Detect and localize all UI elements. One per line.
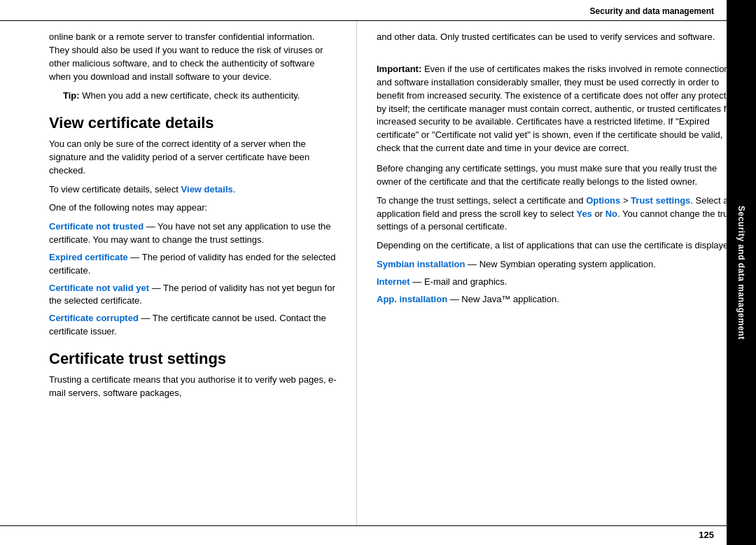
side-tab-label: Security and data management <box>735 206 747 339</box>
right-para3: Before changing any certificate settings… <box>377 162 742 189</box>
no-link: No <box>606 208 617 219</box>
para4-middle: > <box>620 195 631 206</box>
view-details-link[interactable]: View details <box>181 184 233 194</box>
internet-link: Internet <box>377 276 410 287</box>
trust-settings-link[interactable]: Trust settings <box>631 195 690 206</box>
para4-prefix: To change the trust settings, select a c… <box>377 195 586 206</box>
page-header: Security and data management <box>0 0 756 21</box>
right-para2: Important: Even if the use of certificat… <box>377 63 742 155</box>
yes-link: Yes <box>576 208 592 219</box>
para4-or: or <box>592 208 606 219</box>
tip-label: Tip: <box>63 90 80 101</box>
right-para5: Depending on the certificate, a list of … <box>377 239 742 253</box>
app-item-1: Symbian installation — New Symbian opera… <box>377 258 742 271</box>
page-number: 125 <box>699 529 714 542</box>
section1-body1: You can only be sure of the correct iden… <box>49 138 337 178</box>
section1-body2: To view certificate details, select View… <box>49 183 337 197</box>
options-link[interactable]: Options <box>586 195 620 206</box>
note-item-4: Certificate corrupted — The certificate … <box>49 312 337 339</box>
page-container: Security and data management online bank… <box>0 0 756 545</box>
main-content: online bank or a remote server to transf… <box>0 21 756 525</box>
app-item-3: App. installation — New Java™ applicatio… <box>377 293 742 306</box>
tip-paragraph: Tip: When you add a new certificate, che… <box>63 90 337 103</box>
note1-label: Certificate not trusted <box>49 221 144 232</box>
important-label: Important: <box>377 64 421 74</box>
right-para4: To change the trust settings, select a c… <box>377 194 742 234</box>
intro-paragraph: online bank or a remote server to transf… <box>49 31 337 83</box>
right-para1: and other data. Only trusted certificate… <box>377 31 742 44</box>
side-tab: Security and data management <box>727 21 756 525</box>
note-item-1: Certificate not trusted — You have not s… <box>49 220 337 247</box>
page-footer: 125 <box>0 525 756 545</box>
right-column: and other data. Only trusted certificate… <box>357 21 756 525</box>
note-item-2: Expired certificate — The period of vali… <box>49 251 337 278</box>
header-title: Security and data management <box>590 6 714 16</box>
tip-text-body: When you add a new certificate, check it… <box>82 90 300 101</box>
section1-body3: One of the following notes may appear: <box>49 201 337 215</box>
body2-suffix: . <box>233 184 236 194</box>
apps-list: Symbian installation — New Symbian opera… <box>377 258 742 306</box>
left-column: online bank or a remote server to transf… <box>0 21 357 525</box>
app-installation-link: App. installation <box>377 294 447 304</box>
note2-label: Expired certificate <box>49 252 128 262</box>
app2-text: — E-mail and graphics. <box>410 276 507 287</box>
note3-label: Certificate not valid yet <box>49 283 149 293</box>
app1-text: — New Symbian operating system applicati… <box>465 259 655 269</box>
note4-label: Certificate corrupted <box>49 313 139 323</box>
para2-text: Even if the use of certificates makes th… <box>377 64 738 153</box>
section2-title: Certificate trust settings <box>49 350 337 368</box>
symbian-link: Symbian installation <box>377 259 465 269</box>
notes-list: Certificate not trusted — You have not s… <box>49 220 337 339</box>
app3-text: — New Java™ application. <box>447 294 559 304</box>
app-item-2: Internet — E-mail and graphics. <box>377 276 742 289</box>
note-item-3: Certificate not valid yet — The period o… <box>49 282 337 309</box>
body2-prefix: To view certificate details, select <box>49 184 181 194</box>
section1-title: View certificate details <box>49 114 337 132</box>
section2-body: Trusting a certificate means that you au… <box>49 374 337 400</box>
